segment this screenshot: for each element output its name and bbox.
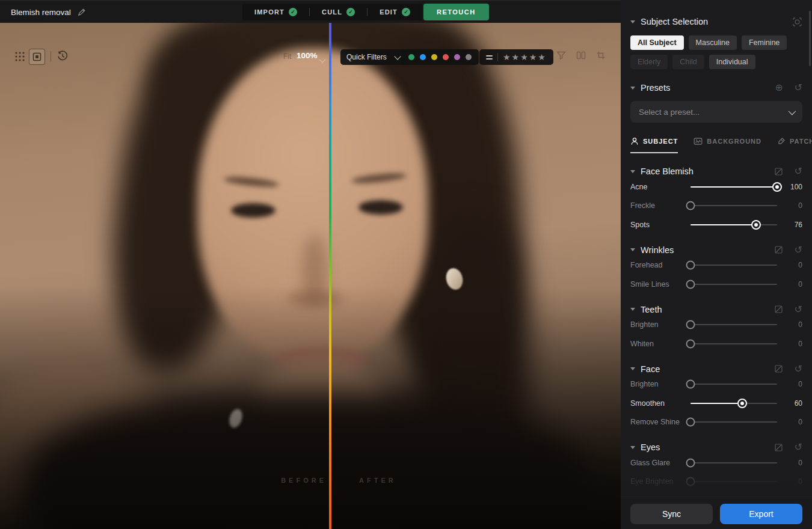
rating-star-icon[interactable]: ★	[520, 52, 529, 62]
mask-icon[interactable]	[774, 245, 783, 254]
before-after-divider[interactable]	[329, 23, 331, 529]
history-icon[interactable]	[57, 50, 69, 62]
section-face[interactable]: Face ↺	[630, 363, 802, 375]
rating-star-icon[interactable]: ★	[538, 52, 547, 62]
reset-icon[interactable]: ↺	[795, 245, 802, 255]
slider-handle[interactable]	[686, 261, 695, 270]
whiten-slider[interactable]	[691, 339, 777, 349]
color-tag-dot[interactable]	[466, 54, 472, 60]
reset-icon[interactable]: ↺	[795, 83, 802, 93]
reset-icon[interactable]: ↺	[795, 167, 802, 176]
step-edit[interactable]: EDIT ✓	[368, 4, 422, 20]
rating-star-icon[interactable]: ★	[512, 52, 521, 62]
preset-select[interactable]: Select a preset...	[630, 101, 802, 123]
rating-filter-icon[interactable]	[486, 55, 493, 60]
color-tag-dot[interactable]	[431, 54, 437, 60]
subject-buttons-row1: All Subject Masculine Feminine	[630, 35, 802, 50]
teeth-brighten-slider[interactable]	[691, 320, 777, 329]
slider-handle[interactable]	[737, 399, 747, 408]
slider-handle[interactable]	[686, 418, 695, 427]
tab-patch[interactable]: PATCH	[777, 137, 812, 153]
compare-icon[interactable]	[576, 50, 586, 60]
subject-masculine-button[interactable]: Masculine	[689, 35, 737, 50]
slider-handle[interactable]	[772, 182, 782, 192]
crop-icon[interactable]	[596, 50, 606, 60]
single-view-button[interactable]	[29, 49, 45, 65]
glass-glare-slider[interactable]	[691, 458, 777, 468]
step-cull[interactable]: CULL ✓	[310, 4, 367, 20]
slider-row-face-brighten: Brighten 0	[630, 375, 802, 394]
color-tag-dot[interactable]	[420, 54, 426, 60]
add-preset-icon[interactable]: ⊕	[775, 83, 783, 93]
slider-value: 0	[784, 459, 802, 467]
collapse-chevron-icon[interactable]	[630, 446, 635, 449]
collapse-chevron-icon[interactable]	[630, 308, 635, 311]
slider-handle[interactable]	[686, 458, 695, 467]
slider-handle[interactable]	[686, 477, 695, 486]
slider-handle[interactable]	[686, 280, 695, 289]
fit-zoom-button[interactable]: Fit	[283, 52, 291, 61]
section-presets[interactable]: Presets ⊕ ↺	[630, 82, 802, 94]
reset-icon[interactable]: ↺	[795, 442, 802, 452]
mask-icon[interactable]	[774, 167, 783, 176]
slider-handle[interactable]	[686, 380, 695, 389]
face-brighten-slider[interactable]	[691, 379, 777, 389]
zoom-chevron-icon[interactable]	[320, 54, 325, 64]
step-import[interactable]: IMPORT ✓	[242, 4, 309, 20]
color-tag-dot[interactable]	[454, 54, 460, 60]
mask-icon[interactable]	[774, 305, 783, 314]
slider-handle[interactable]	[686, 320, 695, 329]
section-subject-selection[interactable]: Subject Selection	[630, 16, 802, 28]
filter-icon[interactable]	[556, 50, 566, 60]
collapse-chevron-icon[interactable]	[630, 87, 635, 90]
remove-shine-slider[interactable]	[691, 417, 777, 427]
section-face-blemish[interactable]: Face Blemish ↺	[630, 165, 802, 177]
section-wrinkles[interactable]: Wrinkles ↺	[630, 244, 802, 256]
slider-rail	[691, 462, 777, 463]
subject-elderly-button[interactable]: Elderly	[630, 55, 668, 69]
section-eyes[interactable]: Eyes ↺	[630, 441, 802, 453]
slider-handle[interactable]	[751, 220, 761, 230]
zoom-level[interactable]: 100%	[297, 51, 318, 60]
slider-handle[interactable]	[686, 201, 695, 210]
subject-feminine-button[interactable]: Feminine	[742, 35, 787, 50]
reset-icon[interactable]: ↺	[795, 364, 802, 374]
collapse-chevron-icon[interactable]	[630, 20, 635, 23]
acne-slider[interactable]	[691, 182, 777, 192]
export-button[interactable]: Export	[720, 504, 802, 524]
color-tag-dot[interactable]	[443, 54, 449, 60]
section-teeth[interactable]: Teeth ↺	[630, 304, 802, 316]
sidebar-scroll-area[interactable]: Subject Selection All Subject Masculine …	[621, 0, 812, 498]
subject-all-button[interactable]: All Subject	[630, 35, 684, 50]
face-detect-icon[interactable]	[792, 17, 802, 27]
sync-button[interactable]: Sync	[630, 504, 713, 524]
subject-individual-button[interactable]: Individual	[709, 55, 755, 69]
smile-lines-slider[interactable]	[691, 280, 777, 289]
collapse-chevron-icon[interactable]	[630, 170, 635, 173]
eye-brighten-slider[interactable]	[691, 477, 777, 486]
slider-value: 0	[784, 280, 802, 289]
forehead-slider[interactable]	[691, 260, 777, 270]
collapse-chevron-icon[interactable]	[630, 248, 635, 251]
edit-title-icon[interactable]	[77, 8, 86, 17]
tab-subject[interactable]: SUBJECT	[630, 137, 678, 153]
slider-row-freckle: Freckle 0	[630, 197, 802, 216]
reset-icon[interactable]: ↺	[795, 305, 802, 314]
mask-icon[interactable]	[774, 443, 783, 452]
mask-icon[interactable]	[774, 364, 783, 373]
rating-star-icon[interactable]: ★	[503, 52, 512, 62]
color-tag-dot[interactable]	[408, 54, 414, 60]
grid-view-icon[interactable]	[14, 51, 25, 62]
photo-canvas[interactable]: BEFORE AFTER Fit 100% Quick Filters	[0, 23, 621, 529]
freckle-slider[interactable]	[691, 201, 777, 210]
subject-child-button[interactable]: Child	[672, 55, 704, 69]
quick-filters-dropdown[interactable]: Quick Filters	[340, 49, 406, 65]
spots-slider[interactable]	[691, 220, 777, 230]
rating-star-icon[interactable]: ★	[529, 52, 538, 62]
smoothen-slider[interactable]	[691, 399, 777, 408]
slider-handle[interactable]	[686, 339, 695, 348]
tab-background[interactable]: BACKGROUND	[694, 137, 761, 153]
collapse-chevron-icon[interactable]	[630, 367, 635, 370]
sidebar-scrollbar[interactable]	[809, 11, 811, 66]
retouch-button[interactable]: RETOUCH	[423, 4, 489, 20]
